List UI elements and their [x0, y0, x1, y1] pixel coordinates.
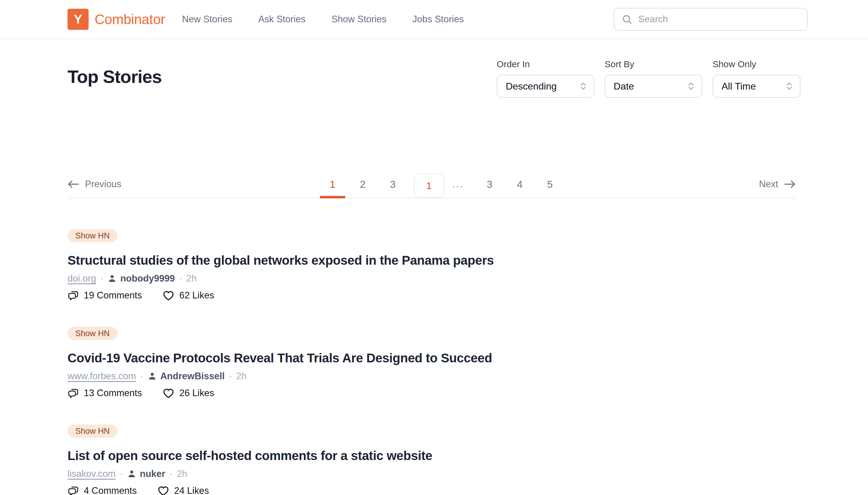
- next-label: Next: [759, 179, 778, 190]
- previous-page-button[interactable]: Previous: [68, 179, 121, 190]
- page-3-right[interactable]: 3: [477, 171, 502, 198]
- user-icon: [108, 274, 117, 283]
- story-item: Show HN Covid-19 Vaccine Protocols Revea…: [68, 327, 755, 399]
- meta-separator: ·: [100, 273, 103, 284]
- search-box[interactable]: [614, 8, 808, 31]
- app-viewport: Y Combinator New Stories Ask Stories Sho…: [0, 0, 868, 495]
- filter-order-in-label: Order In: [497, 59, 594, 69]
- comments-count: 4 Comments: [84, 485, 137, 495]
- nav-ask-stories[interactable]: Ask Stories: [258, 14, 306, 25]
- comments-link[interactable]: 13 Comments: [68, 387, 142, 399]
- show-only-select[interactable]: All Time: [712, 75, 800, 98]
- story-author[interactable]: nobody9999: [108, 273, 175, 284]
- page-numbers: 1 2 3 1 ... 3 4 5: [320, 171, 567, 198]
- story-list: Show HN Structural studies of the global…: [68, 229, 755, 495]
- story-time: 2h: [177, 468, 187, 479]
- story-footer: 4 Comments 24 Likes: [68, 485, 755, 495]
- order-in-value: Descending: [506, 81, 579, 92]
- comments-link[interactable]: 19 Comments: [68, 290, 142, 301]
- story-meta: www.forbes.com · AndrewBissell · 2h: [68, 370, 755, 382]
- filter-show-only-label: Show Only: [712, 59, 800, 69]
- sort-by-select[interactable]: Date: [605, 75, 702, 98]
- story-domain-link[interactable]: doi.org: [68, 273, 96, 284]
- meta-separator: ·: [179, 273, 182, 284]
- y-logo-icon: Y: [68, 9, 89, 30]
- likes-link[interactable]: 24 Likes: [157, 485, 209, 495]
- meta-separator: ·: [140, 371, 143, 382]
- heart-icon: [157, 485, 169, 495]
- comments-icon: [68, 290, 79, 301]
- title-filter-row: Top Stories Order In Descending Sort By …: [68, 59, 755, 137]
- filter-sort-by-label: Sort By: [605, 59, 702, 69]
- filter-sort-by: Sort By Date: [605, 59, 702, 98]
- chevron-updown-icon: [687, 82, 696, 91]
- chevron-updown-icon: [579, 82, 588, 91]
- nav-show-stories[interactable]: Show Stories: [331, 14, 387, 25]
- pagination-ellipsis: ...: [452, 179, 464, 189]
- header: Y Combinator New Stories Ask Stories Sho…: [0, 0, 868, 39]
- heart-icon: [162, 290, 174, 301]
- filter-order-in: Order In Descending: [497, 59, 594, 98]
- show-hn-badge: Show HN: [68, 425, 118, 438]
- comments-icon: [68, 485, 79, 495]
- logo-letter: Y: [74, 12, 82, 27]
- show-hn-badge: Show HN: [68, 327, 118, 340]
- story-author-name: AndrewBissell: [160, 371, 225, 382]
- comments-count: 13 Comments: [84, 388, 142, 398]
- y-combinator-logo[interactable]: Y Combinator: [68, 9, 165, 30]
- search-icon: [622, 14, 632, 25]
- chevron-updown-icon: [785, 82, 794, 91]
- story-author[interactable]: AndrewBissell: [148, 371, 225, 382]
- story-footer: 13 Comments 26 Likes: [68, 387, 755, 399]
- story-item: Show HN List of open source self-hosted …: [68, 425, 755, 495]
- story-domain-link[interactable]: lisakov.com: [68, 468, 116, 479]
- page-1-active[interactable]: 1: [320, 171, 345, 198]
- nav-new-stories[interactable]: New Stories: [182, 14, 232, 25]
- story-footer: 19 Comments 62 Likes: [68, 289, 755, 302]
- sort-by-value: Date: [614, 81, 687, 92]
- story-time: 2h: [236, 371, 246, 382]
- story-item: Show HN Structural studies of the global…: [68, 229, 755, 302]
- meta-separator: ·: [229, 371, 232, 382]
- likes-count: 24 Likes: [174, 485, 209, 495]
- arrow-left-icon: [68, 180, 79, 188]
- main-content: Top Stories Order In Descending Sort By …: [0, 39, 755, 495]
- likes-link[interactable]: 62 Likes: [162, 290, 214, 301]
- story-time: 2h: [186, 273, 196, 284]
- pagination: Previous 1 2 3 1 ... 3 4 5 Next: [68, 171, 796, 198]
- next-page-button[interactable]: Next: [759, 179, 796, 190]
- filters: Order In Descending Sort By Date: [497, 59, 800, 98]
- likes-count: 26 Likes: [179, 388, 214, 398]
- nav-jobs-stories[interactable]: Jobs Stories: [412, 14, 464, 25]
- comments-icon: [68, 387, 79, 399]
- page-3[interactable]: 3: [380, 171, 405, 198]
- filter-show-only: Show Only All Time: [712, 59, 800, 98]
- search-input[interactable]: [638, 14, 800, 25]
- heart-icon: [162, 387, 174, 399]
- page-number-input[interactable]: 1: [414, 174, 444, 198]
- likes-link[interactable]: 26 Likes: [162, 387, 214, 399]
- story-meta: lisakov.com · nuker · 2h: [68, 468, 755, 480]
- story-domain-link[interactable]: www.forbes.com: [68, 371, 136, 382]
- story-title[interactable]: Structural studies of the global network…: [68, 253, 755, 268]
- show-only-value: All Time: [722, 81, 785, 92]
- page-2[interactable]: 2: [350, 171, 375, 198]
- logo-wordmark: Combinator: [94, 11, 165, 28]
- story-title[interactable]: Covid-19 Vaccine Protocols Reveal That T…: [68, 351, 755, 365]
- order-in-select[interactable]: Descending: [497, 75, 594, 98]
- story-meta: doi.org · nobody9999 · 2h: [68, 273, 755, 285]
- story-author[interactable]: nuker: [127, 468, 165, 479]
- comments-count: 19 Comments: [84, 290, 142, 301]
- user-icon: [148, 372, 157, 381]
- story-author-name: nobody9999: [120, 273, 175, 284]
- page-4[interactable]: 4: [507, 171, 533, 198]
- likes-count: 62 Likes: [179, 290, 214, 301]
- previous-label: Previous: [85, 179, 121, 190]
- comments-link[interactable]: 4 Comments: [68, 485, 137, 495]
- page-5[interactable]: 5: [537, 171, 563, 198]
- main-nav: New Stories Ask Stories Show Stories Job…: [182, 14, 464, 25]
- meta-separator: ·: [169, 468, 172, 479]
- story-title[interactable]: List of open source self-hosted comments…: [68, 448, 755, 463]
- arrow-right-icon: [784, 180, 796, 188]
- show-hn-badge: Show HN: [68, 229, 118, 242]
